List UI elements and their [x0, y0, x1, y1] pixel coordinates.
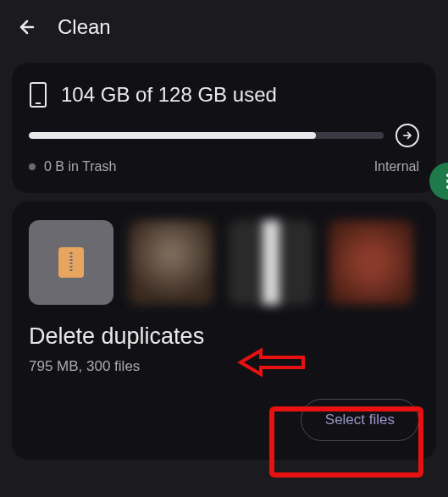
thumbnail-row [29, 220, 419, 305]
trash-info: 0 B in Trash [29, 159, 116, 174]
storage-progress-fill [29, 132, 316, 139]
duplicates-subtitle: 795 MB, 300 files [29, 358, 419, 375]
header: Clean [0, 0, 448, 54]
storage-usage-text: 104 GB of 128 GB used [61, 83, 277, 107]
trash-text: 0 B in Trash [44, 159, 116, 174]
thumbnail-image[interactable] [329, 220, 413, 305]
dot-icon [29, 163, 36, 170]
duplicates-card: Delete duplicates 795 MB, 300 files Sele… [12, 202, 436, 460]
arrow-right-circle-icon[interactable] [395, 124, 419, 147]
select-files-button[interactable]: Select files [301, 399, 419, 441]
storage-card: 104 GB of 128 GB used 0 B in Trash Inter… [12, 63, 436, 193]
storage-progress-bar [29, 132, 384, 139]
storage-location: Internal [374, 159, 419, 174]
zip-file-icon [58, 247, 84, 278]
back-icon[interactable] [17, 17, 37, 37]
thumbnail-zip[interactable] [29, 220, 113, 305]
duplicates-title: Delete duplicates [29, 323, 419, 350]
thumbnail-image[interactable] [129, 220, 213, 305]
thumbnail-image[interactable] [229, 220, 313, 305]
phone-icon [29, 81, 47, 108]
page-title: Clean [58, 15, 111, 39]
